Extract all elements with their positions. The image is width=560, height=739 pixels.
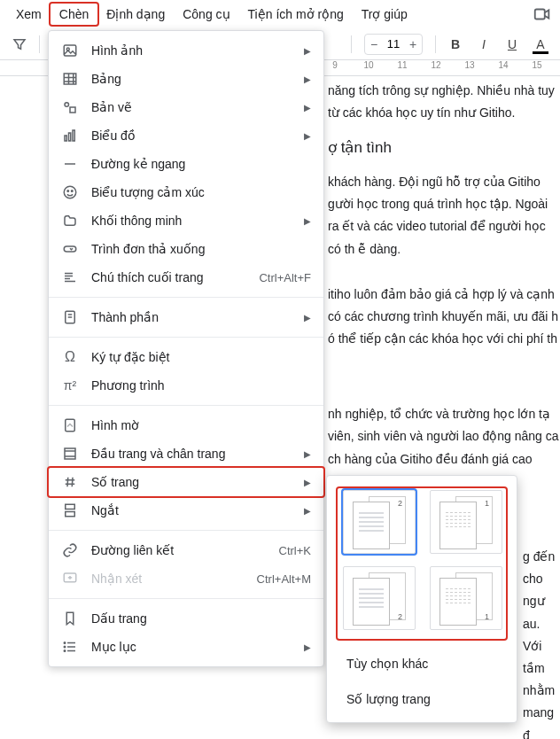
page-numbers-submenu: 2 1 2 1 Tùy chọn khác Số lượng trang xyxy=(326,475,517,723)
menu-label: Đường liên kết xyxy=(91,543,267,557)
menu-item-emoji[interactable]: Biểu tượng cảm xúc xyxy=(49,178,323,206)
submenu-more-options[interactable]: Tùy chọn khác xyxy=(338,646,506,681)
heading: ợ tận tình xyxy=(328,135,560,162)
text-color-button[interactable]: A xyxy=(528,32,553,57)
menu-item-image[interactable]: Hình ảnh▶ xyxy=(49,36,323,65)
svg-rect-21 xyxy=(66,419,75,432)
menu-label: Đường kẻ ngang xyxy=(91,157,311,171)
shortcut-label: Ctrl+Alt+M xyxy=(257,572,311,586)
menu-item-equation[interactable]: π²Phương trình xyxy=(49,371,323,400)
menu-bar: Xem Chèn Định dạng Công cụ Tiện ích mở r… xyxy=(0,0,560,28)
menu-view[interactable]: Xem xyxy=(7,4,51,25)
svg-rect-30 xyxy=(66,512,75,517)
menu-label: Hình ảnh xyxy=(91,43,292,58)
menu-item-building-blocks[interactable]: Thành phần▶ xyxy=(49,303,323,331)
page-number-presets: 2 1 2 1 xyxy=(338,488,506,639)
submenu-page-count[interactable]: Số lượng trang xyxy=(338,681,506,717)
menu-label: Ký tự đặc biệt xyxy=(91,350,311,364)
toc-icon xyxy=(61,638,79,656)
font-size-input[interactable] xyxy=(383,35,404,54)
svg-rect-22 xyxy=(65,448,75,459)
svg-line-27 xyxy=(67,478,68,487)
menu-item-special-chars[interactable]: ΩKý tự đặc biệt xyxy=(49,343,323,371)
shortcut-label: Ctrl+Alt+F xyxy=(259,271,311,284)
menu-format[interactable]: Định dạng xyxy=(97,4,174,25)
watermark-icon xyxy=(61,416,79,434)
menu-label: Nhận xét xyxy=(91,572,245,586)
submenu-arrow-icon: ▶ xyxy=(304,642,311,652)
menu-tools[interactable]: Công cụ xyxy=(174,4,238,25)
menu-item-dropdown[interactable]: Trình đơn thả xuống xyxy=(49,235,323,263)
menu-item-smart-chips[interactable]: Khối thông minh▶ xyxy=(49,206,323,235)
menu-item-table-of-contents[interactable]: Mục lục▶ xyxy=(49,633,323,661)
ruler-label: 9 xyxy=(332,60,338,70)
preset-header-right[interactable]: 2 xyxy=(343,490,416,554)
menu-insert[interactable]: Chèn xyxy=(51,4,97,25)
menu-extensions[interactable]: Tiện ích mở rộng xyxy=(239,4,353,25)
comment-icon xyxy=(61,570,79,587)
ruler-label: 10 xyxy=(363,60,373,70)
menu-label: Chú thích cuối trang xyxy=(91,270,246,284)
body-text: khách hàng. Đội ngũ hỗ trợ của Gitiho gư… xyxy=(328,171,560,261)
preset-header-right-skip-first[interactable]: 1 xyxy=(430,490,502,554)
menu-divider xyxy=(49,405,323,406)
italic-button[interactable]: I xyxy=(471,32,496,57)
menu-item-footnote[interactable]: Chú thích cuối trangCtrl+Alt+F xyxy=(49,263,323,292)
svg-rect-0 xyxy=(535,10,545,19)
chart-icon xyxy=(61,127,79,144)
menu-divider xyxy=(49,598,323,599)
submenu-arrow-icon: ▶ xyxy=(304,216,311,226)
preset-footer-right[interactable]: 2 xyxy=(343,566,416,630)
table-icon xyxy=(61,70,79,88)
menu-item-table[interactable]: Bảng▶ xyxy=(49,65,323,93)
menu-item-drawing[interactable]: Bản vẽ▶ xyxy=(49,93,323,121)
menu-item-chart[interactable]: Biểu đồ▶ xyxy=(49,121,323,150)
svg-point-12 xyxy=(72,191,74,192)
submenu-arrow-icon: ▶ xyxy=(304,449,311,459)
font-size-decrease-button[interactable]: − xyxy=(365,35,383,54)
menu-item-break[interactable]: Ngắt▶ xyxy=(49,496,323,525)
submenu-arrow-icon: ▶ xyxy=(304,478,311,487)
menu-divider xyxy=(49,337,323,338)
svg-point-4 xyxy=(65,103,69,107)
menu-item-headers-footers[interactable]: Đầu trang và chân trang▶ xyxy=(49,440,323,468)
menu-help[interactable]: Trợ giúp xyxy=(353,4,416,25)
menu-label: Khối thông minh xyxy=(91,214,292,228)
submenu-arrow-icon: ▶ xyxy=(304,46,311,56)
svg-rect-5 xyxy=(70,107,75,113)
menu-label: Ngắt xyxy=(91,503,292,517)
submenu-arrow-icon: ▶ xyxy=(304,103,311,113)
svg-line-28 xyxy=(72,478,73,487)
omega-icon: Ω xyxy=(61,348,79,366)
shortcut-label: Ctrl+K xyxy=(279,544,311,557)
svg-point-10 xyxy=(64,186,76,198)
pi-icon: π² xyxy=(61,377,79,394)
menu-item-watermark[interactable]: Hình mờ xyxy=(49,411,323,440)
body-text: từ các khóa học uy tín như Gitiho. xyxy=(328,102,560,124)
body-text: năng tích trông sự nghiệp. Nhiều nhà tuy xyxy=(328,80,560,102)
menu-label: Bản vẽ xyxy=(91,100,292,114)
font-size-control: − + xyxy=(364,34,423,55)
menu-item-link[interactable]: Đường liên kếtCtrl+K xyxy=(49,536,323,564)
video-call-icon[interactable] xyxy=(532,4,553,25)
submenu-arrow-icon: ▶ xyxy=(304,74,311,84)
menu-item-page-numbers[interactable]: Số trang▶ xyxy=(49,468,323,496)
ruler-label: 15 xyxy=(532,60,541,70)
submenu-arrow-icon: ▶ xyxy=(304,131,311,141)
svg-rect-8 xyxy=(73,130,74,141)
filter-icon[interactable] xyxy=(7,32,32,57)
bold-button[interactable]: B xyxy=(443,32,468,57)
svg-rect-1 xyxy=(64,45,76,56)
horizontal-line-icon xyxy=(61,155,79,173)
menu-label: Trình đơn thả xuống xyxy=(91,242,311,256)
menu-label: Hình mờ xyxy=(91,418,311,432)
svg-point-37 xyxy=(64,642,66,644)
break-icon xyxy=(61,502,79,519)
menu-item-horizontal-line[interactable]: Đường kẻ ngang xyxy=(49,150,323,178)
preset-footer-right-skip-first[interactable]: 1 xyxy=(430,566,502,630)
underline-button[interactable]: U xyxy=(500,32,525,57)
insert-menu-dropdown: Hình ảnh▶ Bảng▶ Bản vẽ▶ Biểu đồ▶ Đường k… xyxy=(48,30,324,667)
font-size-increase-button[interactable]: + xyxy=(404,35,422,54)
menu-item-comment: Nhận xétCtrl+Alt+M xyxy=(49,564,323,593)
menu-item-bookmark[interactable]: Dấu trang xyxy=(49,604,323,633)
